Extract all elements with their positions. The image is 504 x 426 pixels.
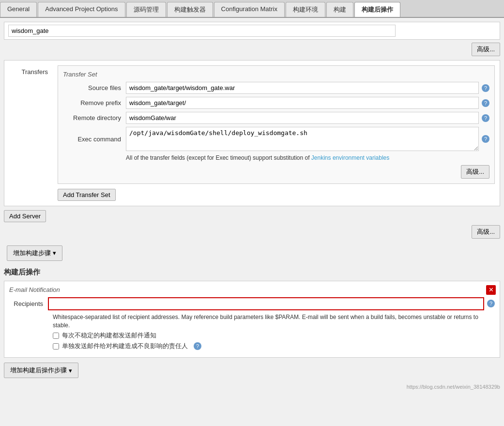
recipient-label: Recipients [9, 300, 48, 307]
recipient-input-wrapper [48, 297, 484, 310]
exec-command-help-icon[interactable]: ? [482, 135, 489, 143]
top-input-row [4, 22, 500, 40]
jenkins-env-vars-link[interactable]: Jenkins environment variables [311, 154, 389, 161]
post-build-dropdown-icon: ▾ [69, 367, 72, 374]
email-notification-box: ✕ E-mail Notification Recipients ? White… [4, 281, 500, 358]
section-advanced-btn-row: 高级... [4, 225, 500, 239]
transfer-set-title: Transfer Set [63, 71, 489, 78]
exec-command-label: Exec command [63, 136, 126, 143]
tab-build[interactable]: 构建 [326, 2, 353, 17]
add-transfer-set-row: Add Transfer Set [58, 189, 495, 201]
remote-directory-label: Remote directory [63, 114, 126, 122]
transfer-advanced-button[interactable]: 高级... [461, 165, 489, 179]
main-content: 高级... Transfers Transfer Set Source file… [0, 22, 504, 392]
remove-prefix-row: Remove prefix ? [63, 97, 489, 109]
top-advanced-btn-row: 高级... [4, 43, 500, 56]
checkbox-row-2: 单独发送邮件给对构建造成不良影响的责任人 ? [53, 342, 495, 350]
top-advanced-button[interactable]: 高级... [472, 43, 500, 56]
transfers-section: Transfers Transfer Set Source files ? Re… [4, 60, 500, 206]
add-post-build-label: 增加构建后操作步骤 [10, 366, 67, 375]
add-server-row: Add Server [4, 210, 500, 222]
transfer-advanced-btn-row: 高级... [63, 165, 489, 179]
recipient-input[interactable] [48, 297, 484, 310]
close-button[interactable]: ✕ [486, 285, 496, 295]
add-transfer-set-button[interactable]: Add Transfer Set [58, 189, 116, 201]
build-steps-section: 增加构建步骤 ▾ [4, 243, 500, 264]
recipient-help-icon[interactable]: ? [487, 300, 495, 307]
source-files-help-icon[interactable]: ? [482, 84, 489, 92]
remove-prefix-help-icon[interactable]: ? [482, 99, 489, 107]
source-files-input[interactable] [126, 82, 479, 94]
checkbox-responsible-label: 单独发送邮件给对构建造成不良影响的责任人 [62, 342, 188, 350]
remove-prefix-label: Remove prefix [63, 99, 126, 106]
checkbox-responsible[interactable] [53, 343, 59, 350]
remote-directory-row: Remote directory ? [63, 112, 489, 124]
transfer-set-box: Transfer Set Source files ? Remove prefi… [58, 65, 495, 184]
wisdom-gate-input[interactable] [8, 25, 396, 37]
tab-configuration-matrix[interactable]: Configuration Matrix [214, 2, 285, 17]
post-build-section: 构建后操作 ✕ E-mail Notification Recipients ?… [4, 268, 500, 379]
add-post-build-button[interactable]: 增加构建后操作步骤 ▾ [4, 363, 78, 378]
add-post-build-row: 增加构建后操作步骤 ▾ [4, 363, 500, 378]
checkbox-row-1: 每次不稳定的构建都发送邮件通知 [53, 331, 495, 340]
tab-build-triggers[interactable]: 构建触发器 [167, 2, 213, 17]
recipient-info-text: Whitespace-separated list of recipient a… [53, 313, 495, 330]
transfers-inner: Transfer Set Source files ? Remove prefi… [58, 65, 495, 201]
source-files-label: Source files [63, 84, 126, 91]
add-build-steps-label: 增加构建步骤 [13, 249, 51, 258]
source-files-row: Source files ? [63, 82, 489, 94]
exec-command-row: Exec command ? [63, 127, 489, 151]
tab-build-env[interactable]: 构建环境 [286, 2, 325, 17]
add-build-steps-button[interactable]: 增加构建步骤 ▾ [7, 245, 62, 261]
transfers-label: Transfers [9, 65, 48, 76]
tab-source-management[interactable]: 源码管理 [126, 2, 166, 17]
post-build-title: 构建后操作 [4, 268, 500, 277]
remove-prefix-input[interactable] [126, 97, 479, 109]
tab-bar: General Advanced Project Options 源码管理 构建… [0, 0, 504, 18]
checkbox-responsible-help-icon[interactable]: ? [194, 342, 201, 350]
footer-url: https://blog.csdn.net/weixin_38148329b [0, 382, 504, 392]
checkbox-unstable-label: 每次不稳定的构建都发送邮件通知 [62, 331, 156, 340]
tab-advanced-project-options[interactable]: Advanced Project Options [38, 2, 125, 17]
transfer-help-text: All of the transfer fields (except for E… [126, 154, 489, 162]
exec-command-input[interactable] [126, 127, 479, 151]
tab-post-build[interactable]: 构建后操作 [354, 2, 400, 17]
tab-general[interactable]: General [0, 2, 37, 17]
section-advanced-button[interactable]: 高级... [472, 225, 500, 239]
remote-directory-input[interactable] [126, 112, 479, 124]
recipient-row: Recipients ? [9, 297, 495, 310]
build-steps-dropdown-icon: ▾ [53, 249, 56, 257]
email-notification-header: E-mail Notification [9, 286, 495, 293]
remote-directory-help-icon[interactable]: ? [482, 114, 489, 122]
add-server-button[interactable]: Add Server [4, 210, 46, 222]
checkbox-unstable[interactable] [53, 333, 59, 339]
